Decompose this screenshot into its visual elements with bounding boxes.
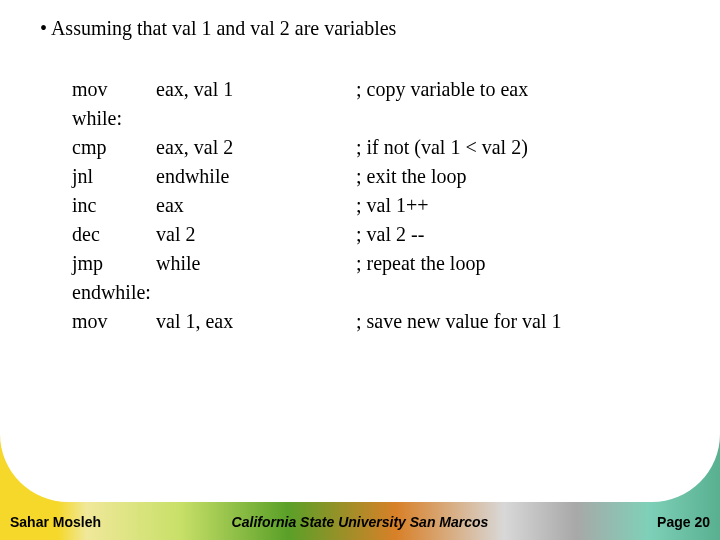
- code-row: movval 1, eax; save new value for val 1: [72, 307, 561, 336]
- code-operands: eax, val 2: [156, 133, 356, 162]
- code-comment: ; exit the loop: [356, 162, 561, 191]
- code-comment: [356, 104, 561, 133]
- code-operands: val 1, eax: [156, 307, 356, 336]
- slide-card: • Assuming that val 1 and val 2 are vari…: [0, 0, 720, 502]
- code-mnemonic: jnl: [72, 162, 156, 191]
- code-row: moveax, val 1; copy variable to eax: [72, 75, 561, 104]
- footer-page: Page 20: [657, 514, 710, 530]
- slide-heading: • Assuming that val 1 and val 2 are vari…: [40, 16, 680, 41]
- code-operands: val 2: [156, 220, 356, 249]
- code-row: cmpeax, val 2; if not (val 1 < val 2): [72, 133, 561, 162]
- code-operands: [156, 104, 356, 133]
- code-comment: ; val 1++: [356, 191, 561, 220]
- code-comment: ; copy variable to eax: [356, 75, 561, 104]
- slide-content: • Assuming that val 1 and val 2 are vari…: [0, 0, 720, 336]
- code-comment: [356, 278, 561, 307]
- footer-affiliation: California State University San Marcos: [0, 514, 720, 530]
- code-comment: ; repeat the loop: [356, 249, 561, 278]
- code-comment: ; if not (val 1 < val 2): [356, 133, 561, 162]
- code-mnemonic: dec: [72, 220, 156, 249]
- code-comment: ; val 2 --: [356, 220, 561, 249]
- code-operands: endwhile: [156, 162, 356, 191]
- code-table: moveax, val 1; copy variable to eaxwhile…: [72, 75, 561, 336]
- code-operands: eax, val 1: [156, 75, 356, 104]
- code-row: while:: [72, 104, 561, 133]
- code-row: endwhile:: [72, 278, 561, 307]
- code-mnemonic: mov: [72, 307, 156, 336]
- footer-author: Sahar Mosleh: [10, 514, 101, 530]
- code-operands: while: [156, 249, 356, 278]
- code-mnemonic: cmp: [72, 133, 156, 162]
- code-comment: ; save new value for val 1: [356, 307, 561, 336]
- code-row: jmpwhile; repeat the loop: [72, 249, 561, 278]
- code-row: inceax; val 1++: [72, 191, 561, 220]
- code-row: decval 2; val 2 --: [72, 220, 561, 249]
- code-operands: eax: [156, 191, 356, 220]
- slide-footer: Sahar Mosleh California State University…: [0, 508, 720, 540]
- code-mnemonic: jmp: [72, 249, 156, 278]
- code-mnemonic: while:: [72, 104, 156, 133]
- code-mnemonic: endwhile:: [72, 278, 156, 307]
- code-operands: [156, 278, 356, 307]
- code-mnemonic: inc: [72, 191, 156, 220]
- code-row: jnlendwhile; exit the loop: [72, 162, 561, 191]
- code-mnemonic: mov: [72, 75, 156, 104]
